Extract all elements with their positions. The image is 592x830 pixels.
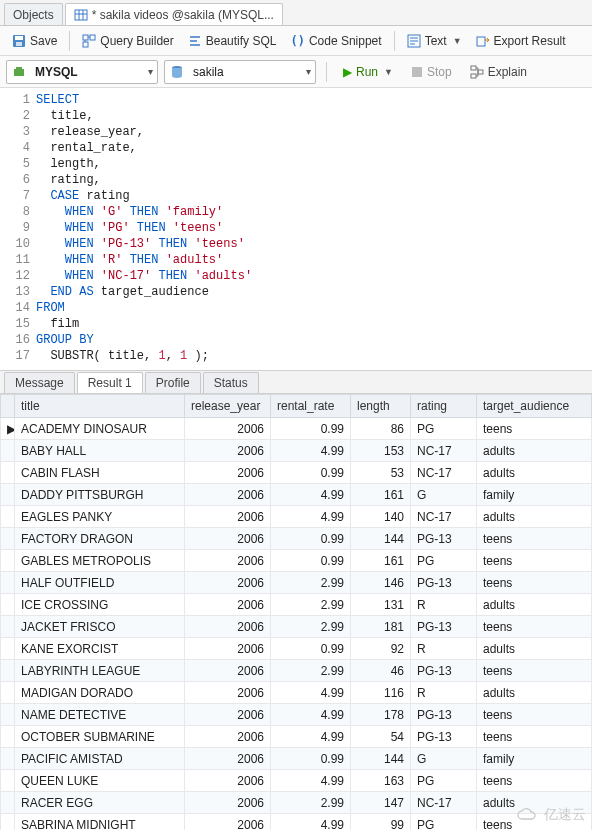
cell-release_year[interactable]: 2006 — [185, 418, 271, 440]
cell-rating[interactable]: G — [411, 748, 477, 770]
tab-message[interactable]: Message — [4, 372, 75, 393]
cell-length[interactable]: 144 — [351, 748, 411, 770]
engine-combo[interactable]: MYSQL ▾ — [6, 60, 158, 84]
table-row[interactable]: NAME DETECTIVE20064.99178PG-13teens — [1, 704, 592, 726]
column-header[interactable]: release_year — [185, 395, 271, 418]
table-row[interactable]: BABY HALL20064.99153NC-17adults — [1, 440, 592, 462]
table-row[interactable]: RACER EGG20062.99147NC-17adults — [1, 792, 592, 814]
cell-length[interactable]: 178 — [351, 704, 411, 726]
cell-title[interactable]: NAME DETECTIVE — [15, 704, 185, 726]
cell-rental_rate[interactable]: 0.99 — [271, 462, 351, 484]
cell-rental_rate[interactable]: 4.99 — [271, 682, 351, 704]
cell-rating[interactable]: PG — [411, 550, 477, 572]
cell-title[interactable]: BABY HALL — [15, 440, 185, 462]
cell-rating[interactable]: PG-13 — [411, 660, 477, 682]
cell-release_year[interactable]: 2006 — [185, 616, 271, 638]
cell-release_year[interactable]: 2006 — [185, 748, 271, 770]
cell-rating[interactable]: PG-13 — [411, 726, 477, 748]
cell-rating[interactable]: PG — [411, 418, 477, 440]
code-snippet-button[interactable]: () Code Snippet — [284, 30, 387, 52]
run-button[interactable]: ▶ Run ▼ — [337, 61, 399, 83]
cell-release_year[interactable]: 2006 — [185, 462, 271, 484]
cell-target_audience[interactable]: adults — [477, 682, 592, 704]
cell-length[interactable]: 116 — [351, 682, 411, 704]
cell-title[interactable]: ACADEMY DINOSAUR — [15, 418, 185, 440]
tab-objects[interactable]: Objects — [4, 3, 63, 25]
cell-target_audience[interactable]: teens — [477, 770, 592, 792]
cell-title[interactable]: DADDY PITTSBURGH — [15, 484, 185, 506]
cell-rental_rate[interactable]: 2.99 — [271, 616, 351, 638]
cell-rating[interactable]: PG-13 — [411, 704, 477, 726]
cell-rental_rate[interactable]: 4.99 — [271, 484, 351, 506]
cell-title[interactable]: SABRINA MIDNIGHT — [15, 814, 185, 831]
cell-title[interactable]: EAGLES PANKY — [15, 506, 185, 528]
cell-rental_rate[interactable]: 4.99 — [271, 726, 351, 748]
cell-length[interactable]: 153 — [351, 440, 411, 462]
cell-rental_rate[interactable]: 0.99 — [271, 418, 351, 440]
cell-target_audience[interactable]: adults — [477, 462, 592, 484]
cell-release_year[interactable]: 2006 — [185, 572, 271, 594]
export-result-button[interactable]: Export Result — [470, 30, 572, 52]
cell-target_audience[interactable]: adults — [477, 594, 592, 616]
beautify-sql-button[interactable]: Beautify SQL — [182, 30, 283, 52]
cell-target_audience[interactable]: family — [477, 748, 592, 770]
table-row[interactable]: PACIFIC AMISTAD20060.99144Gfamily — [1, 748, 592, 770]
table-row[interactable]: JACKET FRISCO20062.99181PG-13teens — [1, 616, 592, 638]
results-table[interactable]: titlerelease_yearrental_ratelengthrating… — [0, 394, 592, 830]
cell-title[interactable]: QUEEN LUKE — [15, 770, 185, 792]
cell-rental_rate[interactable]: 4.99 — [271, 440, 351, 462]
cell-length[interactable]: 140 — [351, 506, 411, 528]
cell-length[interactable]: 86 — [351, 418, 411, 440]
tab-result1[interactable]: Result 1 — [77, 372, 143, 393]
cell-release_year[interactable]: 2006 — [185, 792, 271, 814]
cell-rental_rate[interactable]: 4.99 — [271, 506, 351, 528]
cell-release_year[interactable]: 2006 — [185, 506, 271, 528]
cell-release_year[interactable]: 2006 — [185, 638, 271, 660]
cell-rating[interactable]: R — [411, 638, 477, 660]
cell-release_year[interactable]: 2006 — [185, 594, 271, 616]
cell-rating[interactable]: PG-13 — [411, 572, 477, 594]
table-row[interactable]: ▶ACADEMY DINOSAUR20060.9986PGteens — [1, 418, 592, 440]
cell-rental_rate[interactable]: 0.99 — [271, 550, 351, 572]
cell-length[interactable]: 144 — [351, 528, 411, 550]
cell-length[interactable]: 54 — [351, 726, 411, 748]
cell-target_audience[interactable]: teens — [477, 550, 592, 572]
table-row[interactable]: FACTORY DRAGON20060.99144PG-13teens — [1, 528, 592, 550]
cell-length[interactable]: 53 — [351, 462, 411, 484]
cell-title[interactable]: PACIFIC AMISTAD — [15, 748, 185, 770]
table-row[interactable]: GABLES METROPOLIS20060.99161PGteens — [1, 550, 592, 572]
cell-rental_rate[interactable]: 2.99 — [271, 594, 351, 616]
table-row[interactable]: HALF OUTFIELD20062.99146PG-13teens — [1, 572, 592, 594]
cell-length[interactable]: 163 — [351, 770, 411, 792]
column-header[interactable]: length — [351, 395, 411, 418]
cell-length[interactable]: 161 — [351, 484, 411, 506]
table-row[interactable]: QUEEN LUKE20064.99163PGteens — [1, 770, 592, 792]
table-row[interactable]: MADIGAN DORADO20064.99116Radults — [1, 682, 592, 704]
table-row[interactable]: EAGLES PANKY20064.99140NC-17adults — [1, 506, 592, 528]
table-row[interactable]: CABIN FLASH20060.9953NC-17adults — [1, 462, 592, 484]
cell-target_audience[interactable]: teens — [477, 418, 592, 440]
cell-rating[interactable]: PG — [411, 814, 477, 831]
cell-length[interactable]: 147 — [351, 792, 411, 814]
cell-title[interactable]: JACKET FRISCO — [15, 616, 185, 638]
sql-editor[interactable]: 1234567−891011121314151617 SELECT title,… — [0, 88, 592, 370]
cell-title[interactable]: LABYRINTH LEAGUE — [15, 660, 185, 682]
cell-title[interactable]: OCTOBER SUBMARINE — [15, 726, 185, 748]
schema-combo[interactable]: sakila ▾ — [164, 60, 316, 84]
cell-length[interactable]: 92 — [351, 638, 411, 660]
cell-release_year[interactable]: 2006 — [185, 484, 271, 506]
tab-status[interactable]: Status — [203, 372, 259, 393]
cell-rating[interactable]: NC-17 — [411, 506, 477, 528]
save-button[interactable]: Save — [6, 30, 63, 52]
cell-title[interactable]: HALF OUTFIELD — [15, 572, 185, 594]
table-row[interactable]: SABRINA MIDNIGHT20064.9999PGteens — [1, 814, 592, 831]
cell-title[interactable]: MADIGAN DORADO — [15, 682, 185, 704]
tab-profile[interactable]: Profile — [145, 372, 201, 393]
cell-length[interactable]: 181 — [351, 616, 411, 638]
column-header[interactable]: title — [15, 395, 185, 418]
cell-release_year[interactable]: 2006 — [185, 814, 271, 831]
cell-target_audience[interactable]: teens — [477, 660, 592, 682]
cell-target_audience[interactable]: adults — [477, 638, 592, 660]
cell-title[interactable]: GABLES METROPOLIS — [15, 550, 185, 572]
cell-title[interactable]: RACER EGG — [15, 792, 185, 814]
